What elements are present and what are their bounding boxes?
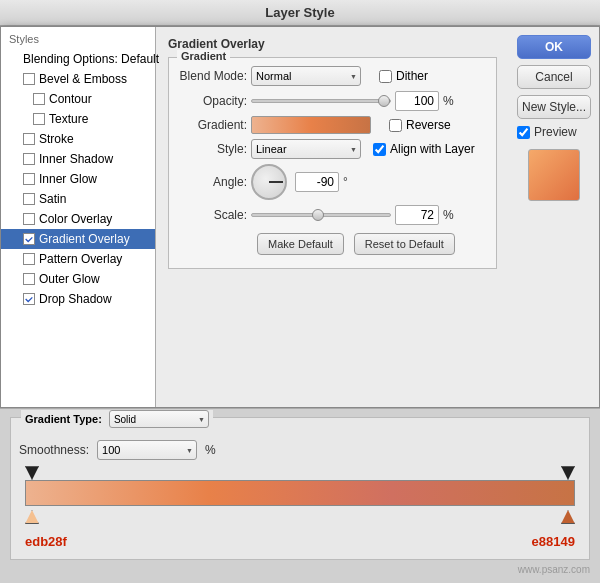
gradient-bar-container — [25, 466, 575, 524]
sidebar-item-label: Color Overlay — [39, 212, 112, 226]
sidebar: Styles Blending Options: Default Bevel &… — [1, 27, 156, 407]
reset-to-default-button[interactable]: Reset to Default — [354, 233, 455, 255]
sidebar-item-label: Stroke — [39, 132, 74, 146]
opacity-input[interactable] — [395, 91, 439, 111]
angle-row: Angle: ° — [179, 164, 486, 200]
smoothness-row: Smoothness: 100 75 50 % — [19, 440, 581, 460]
inner-glow-checkbox[interactable] — [23, 173, 35, 185]
sidebar-item-label: Outer Glow — [39, 272, 100, 286]
dither-label[interactable]: Dither — [379, 69, 428, 83]
angle-dial[interactable] — [251, 164, 287, 200]
gradient-type-select[interactable]: Solid Noise — [109, 410, 209, 428]
inner-shadow-checkbox[interactable] — [23, 153, 35, 165]
blend-mode-row: Blend Mode: Normal Multiply Screen Dithe… — [179, 66, 486, 86]
sidebar-item-pattern-overlay[interactable]: Pattern Overlay — [1, 249, 155, 269]
stroke-checkbox[interactable] — [23, 133, 35, 145]
gradient-editor-spacer — [19, 426, 581, 440]
scale-slider[interactable] — [251, 213, 391, 217]
color-hex-left: edb28f — [25, 534, 67, 549]
opacity-slider[interactable] — [251, 99, 391, 103]
style-select-wrapper[interactable]: Linear Radial Angle — [251, 139, 361, 159]
color-overlay-checkbox[interactable] — [23, 213, 35, 225]
scale-label: Scale: — [179, 208, 247, 222]
bottom-stops — [25, 510, 575, 524]
scale-input[interactable] — [395, 205, 439, 225]
satin-checkbox[interactable] — [23, 193, 35, 205]
smoothness-unit: % — [205, 443, 216, 457]
top-stop-left[interactable] — [25, 466, 39, 480]
style-row: Style: Linear Radial Angle Align with La… — [179, 139, 486, 159]
top-stop-right[interactable] — [561, 466, 575, 480]
gradient-editor-group: Gradient Type: Solid Noise Smoothness: 1… — [10, 417, 590, 560]
opacity-row: Opacity: % — [179, 91, 486, 111]
contour-checkbox[interactable] — [33, 93, 45, 105]
align-layer-checkbox[interactable] — [373, 143, 386, 156]
smoothness-select[interactable]: 100 75 50 — [97, 440, 197, 460]
blend-mode-select-wrapper[interactable]: Normal Multiply Screen — [251, 66, 361, 86]
gradient-type-select-wrapper[interactable]: Solid Noise — [109, 410, 209, 428]
sidebar-item-inner-shadow[interactable]: Inner Shadow — [1, 149, 155, 169]
group-box-title: Gradient — [177, 50, 230, 62]
gradient-type-text: Gradient Type: — [25, 413, 102, 425]
watermark: www.psanz.com — [10, 564, 590, 575]
sidebar-item-label: Contour — [49, 92, 92, 106]
dither-checkbox[interactable] — [379, 70, 392, 83]
gradient-label: Gradient: — [179, 118, 247, 132]
gradient-swatch[interactable] — [251, 116, 371, 134]
action-buttons-row: Make Default Reset to Default — [179, 233, 486, 255]
sidebar-item-texture[interactable]: Texture — [1, 109, 155, 129]
align-layer-label[interactable]: Align with Layer — [373, 142, 475, 156]
sidebar-item-color-overlay[interactable]: Color Overlay — [1, 209, 155, 229]
gradient-group: Gradient Blend Mode: Normal Multiply Scr… — [168, 57, 497, 269]
drop-shadow-checkbox[interactable] — [23, 293, 35, 305]
blend-mode-select[interactable]: Normal Multiply Screen — [251, 66, 361, 86]
sidebar-item-drop-shadow[interactable]: Drop Shadow — [1, 289, 155, 309]
sidebar-item-label: Pattern Overlay — [39, 252, 122, 266]
style-select[interactable]: Linear Radial Angle — [251, 139, 361, 159]
sidebar-item-outer-glow[interactable]: Outer Glow — [1, 269, 155, 289]
pattern-overlay-checkbox[interactable] — [23, 253, 35, 265]
gradient-overlay-checkbox[interactable] — [23, 233, 35, 245]
sidebar-item-label: Drop Shadow — [39, 292, 112, 306]
dialog-title: Layer Style — [265, 5, 334, 20]
reverse-text: Reverse — [406, 118, 451, 132]
smoothness-label: Smoothness: — [19, 443, 89, 457]
reverse-label[interactable]: Reverse — [389, 118, 451, 132]
preview-text: Preview — [534, 125, 577, 139]
new-style-button[interactable]: New Style... — [517, 95, 591, 119]
dither-text: Dither — [396, 69, 428, 83]
angle-line — [269, 181, 283, 183]
ok-button[interactable]: OK — [517, 35, 591, 59]
opacity-label: Opacity: — [179, 94, 247, 108]
texture-checkbox[interactable] — [33, 113, 45, 125]
preview-checkbox[interactable] — [517, 126, 530, 139]
sidebar-item-satin[interactable]: Satin — [1, 189, 155, 209]
sidebar-item-blending-options[interactable]: Blending Options: Default — [1, 49, 155, 69]
sidebar-item-label: Inner Shadow — [39, 152, 113, 166]
sidebar-item-bevel-emboss[interactable]: Bevel & Emboss — [1, 69, 155, 89]
sidebar-item-contour[interactable]: Contour — [1, 89, 155, 109]
bottom-stop-right[interactable] — [561, 510, 575, 524]
gradient-full-bar[interactable] — [25, 480, 575, 506]
main-content: Gradient Overlay Gradient Blend Mode: No… — [156, 27, 509, 407]
opacity-unit: % — [443, 94, 454, 108]
cancel-button[interactable]: Cancel — [517, 65, 591, 89]
sidebar-item-inner-glow[interactable]: Inner Glow — [1, 169, 155, 189]
align-layer-text: Align with Layer — [390, 142, 475, 156]
angle-input[interactable] — [295, 172, 339, 192]
preview-label[interactable]: Preview — [517, 125, 591, 139]
sidebar-item-label: Texture — [49, 112, 88, 126]
style-label: Style: — [179, 142, 247, 156]
sidebar-item-gradient-overlay[interactable]: Gradient Overlay — [1, 229, 155, 249]
gradient-type-label: Gradient Type: Solid Noise — [21, 410, 213, 428]
reverse-checkbox[interactable] — [389, 119, 402, 132]
section-title: Gradient Overlay — [168, 37, 497, 51]
outer-glow-checkbox[interactable] — [23, 273, 35, 285]
dialog-title-bar: Layer Style — [0, 0, 600, 26]
make-default-button[interactable]: Make Default — [257, 233, 344, 255]
sidebar-item-label: Blending Options: Default — [23, 52, 159, 66]
sidebar-item-stroke[interactable]: Stroke — [1, 129, 155, 149]
bottom-stop-left[interactable] — [25, 510, 39, 524]
bevel-emboss-checkbox[interactable] — [23, 73, 35, 85]
smoothness-select-wrapper[interactable]: 100 75 50 — [97, 440, 197, 460]
